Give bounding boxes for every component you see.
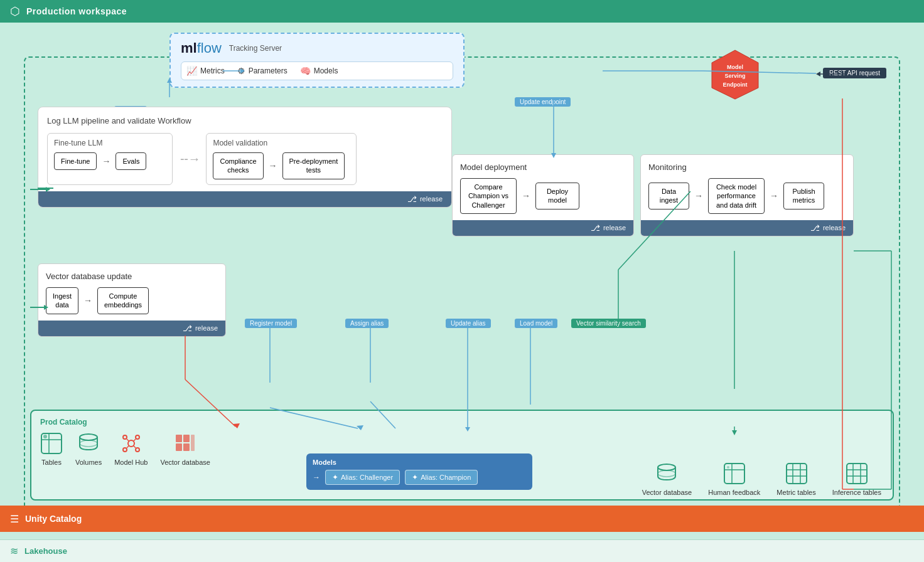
workflow-sections: Fine-tune LLM Fine-tune → Evals - - → Mo… [47,133,443,185]
prod-catalog-title: Prod Catalog [40,418,87,427]
svg-line-18 [133,445,136,448]
monitoring-box: Monitoring Dataingest → Check modelperfo… [640,154,854,236]
volumes-icon [77,432,100,455]
vector-db-left-icon [174,432,196,455]
deployment-title: Model deployment [460,162,626,172]
assign-alias-badge: Assign alias [345,319,389,328]
data-ingest-step: Dataingest [648,183,689,209]
svg-rect-20 [183,435,190,442]
svg-rect-30 [787,464,807,484]
compute-embeddings-step: Computeembeddings [97,287,149,314]
svg-line-16 [133,439,136,442]
tracking-server-label: Tracking Server [229,44,282,53]
mlflow-metrics: 📈 Metrics [186,66,225,76]
arrow-2: → [269,161,277,171]
champion-icon: ✦ [412,473,418,482]
parameters-icon: ⚙ [237,66,245,76]
catalog-inference-tables: Inference tables [832,462,881,496]
mlflow-tracking-box: mlflow Tracking Server 📈 Metrics ⚙ Param… [169,33,465,88]
catalog-metric-tables: Metric tables [776,462,815,496]
monitoring-release-text: release [823,224,846,231]
register-model-badge-wrap: Register model [245,317,297,328]
ingest-data-step: Ingestdata [46,287,78,314]
deployment-release-icon: ⎇ [591,223,600,233]
vector-update-title: Vector database update [46,272,218,281]
catalog-tables: Tables [40,432,63,466]
model-aliases-row: → ✦ Alias: Challenger ✦ Alias: Champion [313,470,526,485]
monitoring-title: Monitoring [648,162,846,172]
arrow-3: → [522,191,530,201]
monitoring-flow: Dataingest → Check modelperformanceand d… [648,178,846,214]
arrow-4: → [694,191,703,201]
svg-point-25 [658,470,675,477]
hexagon-svg: Model Serving Endpoint [709,49,761,100]
load-model-badge: Load model [515,319,557,328]
mlflow-models: 🧠 Models [300,66,338,76]
catalog-volumes: Volumes [75,432,102,466]
mlflow-items-row: 📈 Metrics ⚙ Parameters 🧠 Models [181,61,453,80]
update-endpoint-badge: Update endpoint [515,97,571,107]
svg-point-13 [123,448,127,452]
svg-text:Model: Model [727,64,743,70]
update-alias-badge: Update alias [446,319,491,328]
svg-point-14 [136,448,139,452]
svg-point-8 [80,434,97,440]
svg-point-11 [123,435,127,439]
monitoring-release-icon: ⎇ [810,223,820,233]
model-hub-icon [120,432,142,455]
fine-tune-step: Fine-tune [54,152,97,170]
metric-tables-icon [785,462,808,485]
lakehouse-title: Lakehouse [24,546,67,556]
vector-db-right-icon [655,462,678,485]
unity-catalog-bar: ☰ Unity Catalog [0,506,924,532]
deployment-release-text: release [603,224,626,231]
arrow-1: → [102,156,110,166]
register-model-badge: Register model [245,319,297,328]
svg-point-24 [658,464,675,470]
svg-point-9 [80,440,97,447]
svg-line-15 [127,439,129,442]
dashed-separator: - - → [180,133,198,185]
compliance-checks-step: Compliancechecks [213,152,263,179]
unity-catalog-title: Unity Catalog [25,514,82,524]
inference-tables-icon [846,462,868,485]
svg-rect-21 [176,443,182,451]
workflow-release-text: release [420,195,443,203]
update-alias-badge-wrap: Update alias [446,317,491,328]
svg-rect-23 [191,435,195,451]
model-validation-section: Model validation Compliancechecks → Pre-… [206,133,357,185]
unity-catalog-icon: ☰ [10,513,19,525]
workflow-outer-box: Log LLM pipeline and validate Workflow F… [38,107,452,208]
fine-tune-title: Fine-tune LLM [54,139,166,147]
pre-deployment-step: Pre-deploymenttests [282,152,345,179]
svg-text:Serving: Serving [724,73,745,79]
arrow-alias: → [313,473,320,482]
human-feedback-icon [723,462,746,485]
vector-release-bar: ⎇ release [38,321,225,336]
publish-metrics-step: Publishmetrics [783,183,824,209]
top-bar: ⬡ Production workspace [0,0,924,23]
deployment-release-bar: ⎇ release [453,220,633,236]
monitoring-release-bar: ⎇ release [641,220,853,236]
models-inner-box: Models → ✦ Alias: Challenger ✦ Alias: Ch… [306,453,532,490]
mlflow-parameters: ⚙ Parameters [237,66,287,76]
svg-point-7 [43,435,47,438]
serving-endpoint-container: Model Serving Endpoint [709,49,761,100]
vector-update-box: Vector database update Ingestdata → Comp… [38,263,226,337]
arrow-6: → [83,295,92,305]
lakehouse-icon: ≋ [10,545,18,557]
svg-text:Endpoint: Endpoint [723,82,748,88]
workspace-title: Production workspace [26,6,127,16]
vector-release-text: release [195,324,218,332]
vector-update-flow: Ingestdata → Computeembeddings [46,287,218,314]
lakehouse-bar: ≋ Lakehouse [0,539,924,562]
catalog-human-feedback: Human feedback [708,462,760,496]
catalog-model-hub: Model Hub [114,432,148,466]
assign-alias-badge-wrap: Assign alias [345,317,389,328]
alias-challenger-badge: ✦ Alias: Challenger [325,470,400,485]
tables-icon [40,432,63,455]
fine-tune-flow: Fine-tune → Evals [54,152,166,170]
models-icon: 🧠 [300,66,311,76]
compare-champion-step: CompareChampion vsChallenger [460,178,517,214]
rest-api-badge: REST API request [823,68,886,78]
